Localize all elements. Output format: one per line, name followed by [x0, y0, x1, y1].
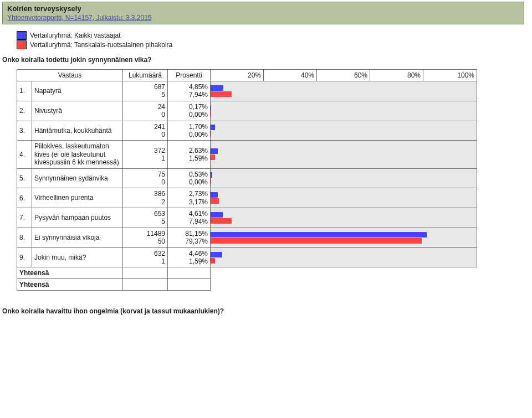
total-label: Yhteensä — [17, 267, 123, 279]
col-bar-ticks: 20%40%60%80%100% — [211, 70, 477, 81]
result-table: Vastaus Lukumäärä Prosentti 20%40%60%80%… — [17, 69, 477, 291]
row-label: Virheellinen purenta — [32, 188, 123, 208]
row-bars — [211, 141, 477, 168]
row-label: Synnynnäinen sydänvika — [32, 168, 123, 188]
row-idx: 6. — [17, 188, 32, 208]
row-count: 6875 — [123, 81, 168, 101]
table-row: 4.Piilokives, laskeutumaton kives (ei ol… — [17, 141, 477, 168]
row-label: Jokin muu, mikä? — [32, 247, 123, 267]
legend-swatch-blue — [17, 31, 27, 40]
col-vastaus: Vastaus — [17, 70, 123, 81]
table-row: 6.Virheellinen purenta38622,73%3,17% — [17, 188, 477, 208]
table-total-row: Yhteensä — [17, 267, 477, 279]
row-bars — [211, 188, 477, 208]
bar-tick: 20% — [211, 70, 264, 81]
bar-group1 — [211, 105, 211, 111]
row-idx: 8. — [17, 228, 32, 247]
col-prosentti: Prosentti — [168, 70, 211, 81]
row-pct: 0,53%0,00% — [168, 168, 211, 188]
total-pct — [168, 267, 211, 279]
bar-tick: 80% — [370, 70, 423, 81]
bar-group1 — [211, 252, 222, 257]
bar-group1 — [211, 85, 223, 91]
total-count — [123, 267, 168, 279]
row-idx: 9. — [17, 247, 32, 267]
legend: Vertailuryhmä: Kaikki vastaajat Vertailu… — [17, 31, 532, 49]
total-pct — [168, 279, 211, 291]
bar-group2 — [211, 178, 211, 184]
bar-tick: 60% — [317, 70, 370, 81]
bar-group2 — [211, 111, 211, 117]
row-idx: 2. — [17, 101, 32, 121]
report-header: Koirien terveyskysely Yhteenvetoraportti… — [2, 2, 524, 24]
row-pct: 2,73%3,17% — [168, 188, 211, 208]
table-row: 7.Pysyvän hampaan puutos65354,61%7,94% — [17, 208, 477, 228]
bar-tick: 100% — [423, 70, 477, 81]
report-title: Koirien terveyskysely — [7, 4, 519, 14]
row-bars — [211, 208, 477, 228]
total-count — [123, 279, 168, 291]
row-bars — [211, 121, 477, 141]
bar-group1 — [211, 125, 215, 130]
row-count: 240 — [123, 101, 168, 121]
legend-row-group1: Vertailuryhmä: Kaikki vastaajat — [17, 31, 532, 40]
row-pct: 81,15%79,37% — [168, 228, 211, 247]
bar-group2 — [211, 238, 422, 244]
table-row: 2.Nivustyrä2400,17%0,00% — [17, 101, 477, 121]
row-pct: 0,17%0,00% — [168, 101, 211, 121]
total-label: Yhteensä — [17, 279, 123, 291]
table-row: 9.Jokin muu, mikä?63214,46%1,59% — [17, 247, 477, 267]
row-label: Häntämutka, koukkuhäntä — [32, 121, 123, 141]
question-2: Onko koiralla havaittu ihon ongelmia (ko… — [2, 307, 532, 315]
row-label: Piilokives, laskeutumaton kives (ei ole … — [32, 141, 123, 168]
table-row: 1.Napatyrä68754,85%7,94% — [17, 81, 477, 101]
legend-row-group2: Vertailuryhmä: Tanskalais-ruotsalainen p… — [17, 40, 532, 49]
table-row: 3.Häntämutka, koukkuhäntä24101,70%0,00% — [17, 121, 477, 141]
row-count: 2410 — [123, 121, 168, 141]
bar-group2 — [211, 91, 232, 97]
row-count: 1148950 — [123, 228, 168, 247]
bar-group1 — [211, 212, 223, 218]
bar-group1 — [211, 148, 218, 154]
row-idx: 1. — [17, 81, 32, 101]
bar-group1 — [211, 232, 427, 238]
row-idx: 3. — [17, 121, 32, 141]
row-idx: 7. — [17, 208, 32, 228]
bar-tick: 40% — [264, 70, 317, 81]
bar-group2 — [211, 131, 211, 136]
row-label: Napatyrä — [32, 81, 123, 101]
row-pct: 2,63%1,59% — [168, 141, 211, 168]
row-bars — [211, 81, 477, 101]
row-pct: 1,70%0,00% — [168, 121, 211, 141]
row-bars — [211, 168, 477, 188]
bar-group2 — [211, 218, 232, 224]
row-idx: 5. — [17, 168, 32, 188]
legend-swatch-red — [17, 40, 27, 49]
row-count: 750 — [123, 168, 168, 188]
row-bars — [211, 247, 477, 267]
row-idx: 4. — [17, 141, 32, 168]
col-lukumaara: Lukumäärä — [123, 70, 168, 81]
row-label: Nivustyrä — [32, 101, 123, 121]
bar-group2 — [211, 154, 215, 160]
row-count: 3862 — [123, 188, 168, 208]
table-total-row: Yhteensä — [17, 279, 477, 291]
table-row: 5.Synnynnäinen sydänvika7500,53%0,00% — [17, 168, 477, 188]
row-count: 3721 — [123, 141, 168, 168]
row-bars — [211, 228, 477, 247]
table-row: 8.Ei synnynnäisiä vikoja114895081,15%79,… — [17, 228, 477, 247]
report-subtitle: Yhteenvetoraportti, N=14157, Julkaistu: … — [7, 14, 519, 22]
legend-label-group1: Vertailuryhmä: Kaikki vastaajat — [30, 32, 120, 39]
table-header-row: Vastaus Lukumäärä Prosentti 20%40%60%80%… — [17, 70, 477, 81]
row-label: Pysyvän hampaan puutos — [32, 208, 123, 228]
legend-label-group2: Vertailuryhmä: Tanskalais-ruotsalainen p… — [30, 41, 172, 49]
row-pct: 4,61%7,94% — [168, 208, 211, 228]
row-count: 6321 — [123, 247, 168, 267]
row-label: Ei synnynnäisiä vikoja — [32, 228, 123, 247]
bar-group1 — [211, 192, 218, 198]
row-bars — [211, 101, 477, 121]
bar-group1 — [211, 172, 212, 178]
bar-group2 — [211, 258, 215, 264]
bar-group2 — [211, 198, 219, 204]
row-pct: 4,46%1,59% — [168, 247, 211, 267]
